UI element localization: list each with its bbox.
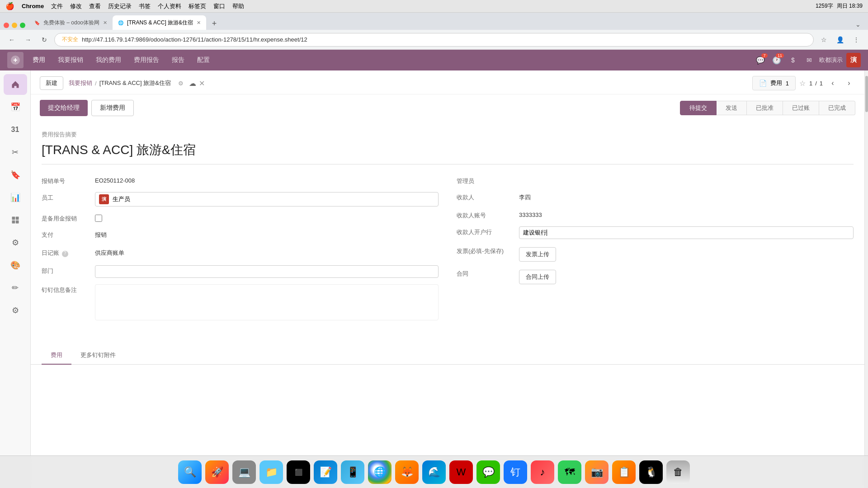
upload-invoice-button[interactable]: 发票上传 xyxy=(519,247,556,262)
user-label[interactable]: 欧都演示 xyxy=(819,56,843,64)
right-scrollbar[interactable] xyxy=(864,70,868,488)
activity-icon[interactable]: 🕐 11 xyxy=(770,54,783,66)
bookmark-icon[interactable]: ☆ xyxy=(817,33,830,46)
sidebar-icon-bookmark[interactable]: 🔖 xyxy=(4,164,27,185)
journal-help-icon[interactable]: ? xyxy=(62,251,68,257)
edit-menu[interactable]: 修改 xyxy=(70,2,82,10)
breadcrumb-parent[interactable]: 我要报销 xyxy=(69,79,92,87)
tab2-title: [TRANS & ACC] 旅游&住宿 xyxy=(127,19,193,27)
tab-expenses[interactable]: 费用 xyxy=(42,347,71,365)
settings-icon[interactable]: ⚙ xyxy=(178,80,184,87)
save-button[interactable]: ☁ xyxy=(189,79,196,88)
nav-my-bills[interactable]: 我的费用 xyxy=(90,53,127,67)
nav-expenses[interactable]: 费用 xyxy=(27,53,51,67)
view-menu[interactable]: 查看 xyxy=(89,2,101,10)
doc-info-button[interactable]: 📄 费用 1 xyxy=(752,76,796,90)
tab-2[interactable]: 🌐 [TRANS & ACC] 旅游&住宿 ✕ xyxy=(113,15,206,30)
sidebar-icon-gear[interactable]: ⚙ xyxy=(4,300,27,321)
dock-vscode[interactable]: 📝 xyxy=(314,460,337,484)
sidebar-icon-chart[interactable]: 📊 xyxy=(4,187,27,208)
status-sent[interactable]: 发送 xyxy=(717,101,747,115)
dock-wechat[interactable]: 💬 xyxy=(476,460,500,484)
maximize-button[interactable] xyxy=(20,23,25,28)
dock-maps[interactable]: 🗺 xyxy=(558,460,581,484)
file-menu[interactable]: 文件 xyxy=(51,2,63,10)
dock-edge[interactable]: 🌊 xyxy=(422,460,446,484)
new-record-button[interactable]: 新建 xyxy=(40,76,63,90)
forward-button[interactable]: → xyxy=(22,33,34,46)
history-menu[interactable]: 历史记录 xyxy=(108,2,132,10)
profile-menu[interactable]: 个人资料 xyxy=(158,2,181,10)
user-avatar[interactable]: 演 xyxy=(846,53,861,67)
dock-files[interactable]: 📁 xyxy=(259,460,283,484)
bookmarks-menu[interactable]: 书签 xyxy=(139,2,151,10)
more-options-icon[interactable]: ⋮ xyxy=(850,33,863,46)
dock-wps[interactable]: W xyxy=(449,460,473,484)
sidebar-icon-pencil[interactable]: ✏ xyxy=(4,277,27,298)
tab2-close[interactable]: ✕ xyxy=(197,20,201,26)
chrome-menu[interactable]: Chrome xyxy=(22,3,44,9)
scrollbar-thumb[interactable] xyxy=(865,76,868,112)
dock-music[interactable]: ♪ xyxy=(531,460,554,484)
menubar-right: 1259字 周日 18:39 xyxy=(816,2,863,10)
reload-button[interactable]: ↻ xyxy=(38,33,51,46)
input-bank[interactable]: 建设银行 xyxy=(519,226,854,239)
dock-simulator[interactable]: 📱 xyxy=(341,460,364,484)
nav-expense-reports[interactable]: 费用报告 xyxy=(128,53,165,67)
star-icon[interactable]: ☆ xyxy=(799,79,806,88)
dock-tasks[interactable]: 📋 xyxy=(612,460,636,484)
checkbox-petty-cash[interactable] xyxy=(95,215,102,222)
dock-photos[interactable]: 📷 xyxy=(585,460,609,484)
apple-menu[interactable]: 🍎 xyxy=(5,2,14,10)
profile-icon[interactable]: 👤 xyxy=(834,33,846,46)
tab-1[interactable]: 🔖 免费体验 – odoo体验网 ✕ xyxy=(29,15,113,30)
status-approved[interactable]: 已批准 xyxy=(747,101,783,115)
dock-penguin[interactable]: 🐧 xyxy=(639,460,663,484)
window-menu[interactable]: 窗口 xyxy=(213,2,225,10)
dock-finder[interactable]: 🔍 xyxy=(178,460,202,484)
sidebar-icon-paint[interactable]: 🎨 xyxy=(4,255,27,276)
odoo-brand[interactable] xyxy=(7,52,24,68)
address-input[interactable]: 不安全 http://47.116.79.147:9869/odoo/actio… xyxy=(54,33,814,47)
tab-list-button[interactable]: ⌄ xyxy=(852,21,864,28)
pager-next[interactable]: › xyxy=(843,77,855,89)
minimize-button[interactable] xyxy=(12,23,17,28)
status-pending[interactable]: 待提交 xyxy=(680,101,717,115)
input-employee[interactable]: 演 生产员 xyxy=(95,192,439,206)
sidebar-icon-settings[interactable]: ⚙ xyxy=(4,232,27,253)
dock-launchpad[interactable]: 🚀 xyxy=(205,460,229,484)
chat-icon[interactable]: 💬 7 xyxy=(754,54,767,66)
back-button[interactable]: ← xyxy=(5,33,18,46)
currency-icon[interactable]: $ xyxy=(787,54,799,66)
close-button[interactable] xyxy=(4,23,9,28)
dock-trash[interactable]: 🗑 xyxy=(666,460,690,484)
nav-my-expenses[interactable]: 我要报销 xyxy=(52,53,89,67)
sidebar-icon-cut[interactable]: ✂ xyxy=(4,142,27,163)
value-notes[interactable] xyxy=(95,284,439,320)
discard-button[interactable]: ✕ xyxy=(199,79,205,88)
sidebar-icon-31[interactable]: 31 xyxy=(4,119,27,140)
sidebar-icon-grid[interactable] xyxy=(4,210,27,230)
input-department[interactable] xyxy=(95,265,439,278)
upload-contract-button[interactable]: 合同上传 xyxy=(519,270,556,284)
nav-config[interactable]: 配置 xyxy=(192,53,215,67)
pager-prev[interactable]: ‹ xyxy=(826,77,839,89)
sidebar-icon-calendar[interactable]: 📅 xyxy=(4,97,27,117)
dock-terminal[interactable]: ⬛ xyxy=(287,460,310,484)
status-posted[interactable]: 已过账 xyxy=(783,101,819,115)
dock-dingtalk[interactable]: 钉 xyxy=(504,460,527,484)
add-expense-button[interactable]: 新增费用 xyxy=(91,100,134,116)
submit-to-manager-button[interactable]: 提交给经理 xyxy=(40,100,88,116)
sidebar-icon-home[interactable] xyxy=(4,74,27,95)
new-tab-button[interactable]: + xyxy=(208,17,221,30)
tab1-close[interactable]: ✕ xyxy=(103,20,107,26)
status-done[interactable]: 已完成 xyxy=(819,101,855,115)
dock-firefox[interactable]: 🦊 xyxy=(395,460,419,484)
tabs-menu[interactable]: 标签页 xyxy=(189,2,206,10)
dock-chrome[interactable]: 🌐 xyxy=(368,460,392,484)
send-icon[interactable]: ✉ xyxy=(803,54,816,66)
tab-attachments[interactable]: 更多钉钉附件 xyxy=(71,347,125,365)
help-menu[interactable]: 帮助 xyxy=(232,2,244,10)
dock-system-prefs[interactable]: 💻 xyxy=(232,460,256,484)
nav-reports[interactable]: 报告 xyxy=(166,53,190,67)
